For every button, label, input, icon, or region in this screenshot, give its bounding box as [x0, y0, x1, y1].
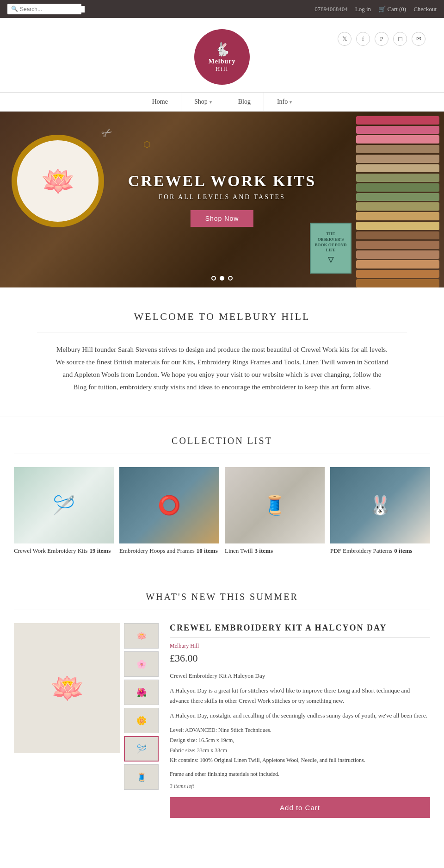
collection-item-pdf[interactable]: 🐰 PDF Embroidery Patterns 0 items — [330, 467, 430, 555]
email-icon[interactable]: ✉ — [412, 32, 426, 46]
phone-number: 07894068404 — [314, 6, 348, 13]
hero-carousel-dots — [211, 276, 233, 281]
thread-spool — [356, 126, 439, 134]
thread-spool — [356, 116, 439, 125]
hero-title: CREWEL WORK KITS — [128, 172, 316, 190]
collection-item-crewel[interactable]: 🪡 Crewel Work Embroidery Kits 19 items — [14, 467, 114, 555]
product-specs: Level: ADVANCED: Nine Stitch Techniques.… — [170, 725, 430, 765]
collection-title: COLLECTION LIST — [14, 436, 430, 446]
thread-spool — [356, 231, 439, 240]
chevron-down-icon-2: ▾ — [290, 100, 292, 105]
product-details: CREWEL EMBROIDERY KIT A HALCYON DAY Melb… — [170, 623, 430, 818]
product-divider — [170, 637, 430, 638]
product-images: 🪷 🪷 🌸 🌺 🌼 🪡 🧵 — [14, 623, 159, 818]
thread-spool — [356, 222, 439, 230]
collection-image-crewel: 🪡 — [14, 467, 114, 543]
product-thumbnails: 🪷 🌸 🌺 🌼 🪡 🧵 — [124, 623, 159, 818]
product-spec-line: Fabric size: 33cm x 33cm — [170, 746, 430, 756]
login-link[interactable]: Log in — [355, 6, 371, 13]
collection-item-hoops[interactable]: ⭕ Embroidery Hoops and Frames 10 items — [119, 467, 219, 555]
thread-spool — [356, 164, 439, 173]
thread-spool — [356, 193, 439, 201]
carousel-dot-3[interactable] — [228, 276, 233, 281]
add-to-cart-button[interactable]: Add to Cart — [170, 797, 430, 818]
thread-spool — [356, 279, 439, 287]
top-bar-right: 07894068404 Log in 🛒 Cart (0) Checkout — [314, 6, 437, 13]
whats-new-section: WHAT'S NEW THIS SUMMER 🪷 🪷 🌸 🌺 🌼 🪡 🧵 CRE… — [0, 573, 444, 837]
hero-content: CREWEL WORK KITS FOR ALL LEVELS AND TAST… — [128, 172, 316, 227]
collection-label-hoops: Embroidery Hoops and Frames 10 items — [119, 547, 219, 555]
social-icons: 𝕏 f P ◻ ✉ — [338, 32, 426, 46]
thread-spool — [356, 135, 439, 144]
embroidery-hoop-icon: 🪷 — [12, 135, 104, 227]
cart-label: Cart (0) — [387, 6, 406, 12]
thread-spool — [356, 174, 439, 182]
product-main-image: 🪷 — [14, 623, 120, 753]
collection-image-linen: 🧵 — [225, 467, 325, 543]
carousel-dot-2[interactable] — [220, 276, 224, 281]
product-spec-line: Level: ADVANCED: Nine Stitch Techniques. — [170, 725, 430, 736]
product-thumb-5[interactable]: 🪡 — [124, 736, 159, 762]
collection-image-pdf: 🐰 — [330, 467, 430, 543]
search-input[interactable] — [20, 6, 85, 12]
logo-name: Melbury — [208, 58, 235, 65]
cart-link[interactable]: 🛒 Cart (0) — [378, 6, 406, 13]
thread-spool — [356, 260, 439, 269]
collection-label-crewel: Crewel Work Embroidery Kits 19 items — [14, 547, 114, 555]
thread-spool — [356, 270, 439, 278]
product-desc-1: Crewel Embroidery Kit A Halcyon Day — [170, 671, 430, 681]
welcome-text: Melbury Hill founder Sarah Stevens striv… — [56, 343, 388, 393]
twitter-icon[interactable]: 𝕏 — [338, 32, 352, 46]
product-title: CREWEL EMBROIDERY KIT A HALCYON DAY — [170, 623, 430, 633]
product-thumb-3[interactable]: 🌺 — [124, 680, 159, 705]
nav-shop[interactable]: Shop ▾ — [181, 93, 225, 111]
product-spec-line: Kit contains: 100% Original Linen Twill,… — [170, 756, 430, 766]
thread-spool — [356, 202, 439, 211]
collection-section: COLLECTION LIST 🪡 Crewel Work Embroidery… — [0, 417, 444, 573]
instagram-icon[interactable]: ◻ — [393, 32, 407, 46]
thread-spools — [352, 112, 444, 287]
logo-rabbit-icon: 🐇 — [214, 42, 230, 57]
whats-new-title: WHAT'S NEW THIS SUMMER — [14, 592, 430, 602]
product-desc-3: A Halcyon Day, nostalgic and recalling o… — [170, 711, 430, 721]
product-showcase: 🪷 🪷 🌸 🌺 🌼 🪡 🧵 CREWEL EMBROIDERY KIT A HA… — [14, 623, 430, 818]
site-logo[interactable]: 🐇 Melbury Hill — [194, 29, 250, 85]
product-stock: 3 items left — [170, 783, 430, 790]
product-thumb-1[interactable]: 🪷 — [124, 623, 159, 649]
main-nav: Home Shop ▾ Blog Info ▾ — [0, 92, 444, 112]
top-bar: 🔍 07894068404 Log in 🛒 Cart (0) Checkout — [0, 0, 444, 18]
thread-spool — [356, 212, 439, 220]
thimble-icon: ⬡ — [143, 139, 151, 150]
product-thumb-4[interactable]: 🌼 — [124, 708, 159, 733]
book-decoration: THE OBSERVER'S BOOK OF POND LIFE ▽ — [310, 223, 352, 274]
pinterest-icon[interactable]: P — [375, 32, 388, 46]
product-brand: Melbury Hill — [170, 643, 430, 649]
collection-image-hoops: ⭕ — [119, 467, 219, 543]
nav-home[interactable]: Home — [139, 93, 181, 111]
carousel-dot-1[interactable] — [211, 276, 216, 281]
checkout-link[interactable]: Checkout — [413, 6, 437, 13]
thread-spool — [356, 183, 439, 192]
product-thumb-2[interactable]: 🌸 — [124, 651, 159, 677]
collection-divider — [14, 454, 430, 454]
welcome-title: WELCOME TO MELBURY HILL — [37, 311, 407, 323]
logo-tagline: Hill — [216, 65, 228, 73]
product-note: Frame and other finishing materials not … — [170, 769, 430, 780]
facebook-icon[interactable]: f — [356, 32, 370, 46]
search-box[interactable]: 🔍 — [7, 4, 81, 14]
book-icon: ▽ — [328, 255, 333, 265]
nav-blog[interactable]: Blog — [225, 93, 264, 111]
thread-spool — [356, 145, 439, 153]
shop-now-button[interactable]: Shop Now — [191, 210, 254, 227]
collection-label-linen: Linen Twill 3 items — [225, 547, 325, 555]
product-spec-line: Design size: 16.5cm x 19cm, — [170, 736, 430, 746]
book-title: THE OBSERVER'S BOOK OF POND LIFE — [314, 231, 348, 253]
collection-item-linen[interactable]: 🧵 Linen Twill 3 items — [225, 467, 325, 555]
nav-info[interactable]: Info ▾ — [264, 93, 305, 111]
thread-spool — [356, 155, 439, 163]
product-thumb-6[interactable]: 🧵 — [124, 764, 159, 790]
whats-new-divider — [14, 610, 430, 610]
hero-subtitle: FOR ALL LEVELS AND TASTES — [128, 194, 316, 201]
chevron-down-icon: ▾ — [210, 100, 212, 105]
search-icon: 🔍 — [11, 6, 18, 12]
